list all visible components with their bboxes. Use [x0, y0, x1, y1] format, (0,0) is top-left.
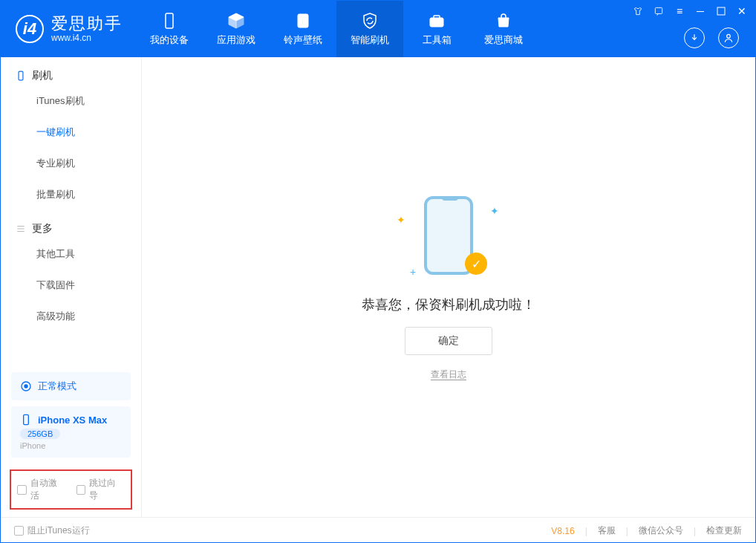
svg-point-13: [25, 385, 27, 388]
feedback-icon[interactable]: [653, 5, 665, 17]
svg-point-10: [727, 34, 731, 38]
sparkle-icon: ✦: [397, 214, 405, 226]
mode-box[interactable]: 正常模式: [11, 372, 131, 400]
success-message: 恭喜您，保资料刷机成功啦！: [362, 296, 535, 313]
view-log-link[interactable]: 查看日志: [431, 368, 466, 381]
svg-rect-6: [430, 18, 443, 27]
svg-rect-11: [19, 71, 23, 80]
ok-button[interactable]: 确定: [405, 327, 492, 355]
svg-text:♪: ♪: [301, 16, 305, 25]
phone-icon: [16, 71, 26, 81]
svg-rect-8: [655, 7, 662, 13]
nav-smart-flash[interactable]: 智能刷机: [336, 1, 403, 57]
sidebar-item-download-firmware[interactable]: 下载固件: [1, 270, 141, 301]
sidebar-item-itunes-flash[interactable]: iTunes刷机: [1, 85, 141, 117]
svg-rect-14: [24, 414, 29, 424]
main-nav: 我的设备 应用游戏 ♪ 铃声壁纸 智能刷机 工具箱 爱思商城: [136, 1, 537, 57]
nav-store[interactable]: 爱思商城: [470, 1, 537, 57]
device-name: iPhone XS Max: [38, 414, 107, 426]
device-capacity: 256GB: [20, 429, 60, 439]
list-icon: [16, 224, 26, 234]
nav-toolbox[interactable]: 工具箱: [403, 1, 470, 57]
sidebar-item-oneclick-flash[interactable]: 一键刷机: [1, 117, 141, 148]
check-badge-icon: ✓: [465, 253, 487, 275]
device-type: iPhone: [20, 441, 122, 450]
brand: i4 爱思助手 www.i4.cn: [1, 1, 136, 57]
music-file-icon: ♪: [294, 12, 312, 30]
device-icon: [20, 414, 32, 426]
nav-label: 爱思商城: [484, 33, 523, 47]
mode-label: 正常模式: [38, 380, 76, 393]
nav-label: 智能刷机: [351, 33, 389, 47]
cube-icon: [227, 12, 245, 30]
bag-icon: [495, 12, 512, 30]
checkbox-auto-activate[interactable]: 自动激活: [17, 477, 66, 502]
sidebar-group-flash: 刷机: [1, 57, 141, 85]
minimize-icon[interactable]: ─: [694, 5, 706, 17]
nav-label: 铃声壁纸: [284, 33, 322, 47]
device-icon: [160, 12, 178, 30]
success-illustration: ✦ ✦ + ✓: [404, 193, 493, 282]
nav-apps-games[interactable]: 应用游戏: [203, 1, 270, 57]
svg-rect-9: [717, 7, 725, 15]
svg-rect-0: [166, 13, 173, 28]
shield-refresh-icon: [361, 12, 379, 30]
close-icon[interactable]: ✕: [736, 5, 748, 17]
brand-url: www.i4.cn: [51, 33, 123, 44]
sparkle-icon: +: [410, 266, 416, 278]
user-controls: [684, 27, 739, 48]
nav-label: 应用游戏: [217, 33, 255, 47]
title-bar: i4 爱思助手 www.i4.cn 我的设备 应用游戏 ♪ 铃声壁纸 智能刷机 …: [1, 1, 755, 57]
sparkle-icon: ✦: [490, 205, 499, 217]
checkbox-block-itunes[interactable]: 阻止iTunes运行: [14, 524, 90, 537]
download-button[interactable]: [684, 27, 705, 48]
wechat-link[interactable]: 微信公众号: [639, 524, 683, 537]
svg-rect-7: [434, 16, 440, 19]
brand-logo-icon: i4: [16, 15, 44, 43]
nav-label: 工具箱: [423, 33, 452, 47]
sidebar-item-other-tools[interactable]: 其他工具: [1, 238, 141, 270]
toolbox-icon: [428, 12, 446, 30]
nav-my-device[interactable]: 我的设备: [136, 1, 203, 57]
check-update-link[interactable]: 检查更新: [706, 524, 742, 537]
device-box[interactable]: iPhone XS Max 256GB iPhone: [11, 406, 131, 458]
support-link[interactable]: 客服: [598, 524, 616, 537]
window-controls: ≡ ─ ✕: [632, 5, 748, 17]
sidebar-item-advanced[interactable]: 高级功能: [1, 301, 141, 332]
sidebar-group-more: 更多: [1, 210, 141, 238]
content-area: ✦ ✦ + ✓ 恭喜您，保资料刷机成功啦！ 确定 查看日志: [142, 57, 755, 517]
checkbox-skip-guide[interactable]: 跳过向导: [76, 477, 126, 502]
mode-icon: [20, 380, 32, 392]
profile-button[interactable]: [718, 27, 739, 48]
brand-name: 爱思助手: [51, 14, 123, 33]
nav-label: 我的设备: [150, 33, 189, 47]
menu-icon[interactable]: ≡: [674, 5, 685, 17]
sidebar: 刷机 iTunes刷机 一键刷机 专业刷机 批量刷机 更多 其他工具 下载固件 …: [1, 57, 142, 517]
nav-ringtone-wallpaper[interactable]: ♪ 铃声壁纸: [270, 1, 336, 57]
version-label: V8.16: [551, 526, 574, 536]
options-highlight-box: 自动激活 跳过向导: [10, 469, 132, 510]
tshirt-icon[interactable]: [632, 5, 644, 17]
status-bar: 阻止iTunes运行 V8.16 | 客服 | 微信公众号 | 检查更新: [1, 517, 755, 543]
sidebar-item-batch-flash[interactable]: 批量刷机: [1, 179, 141, 210]
sidebar-item-pro-flash[interactable]: 专业刷机: [1, 148, 141, 179]
maximize-icon[interactable]: [715, 5, 727, 17]
